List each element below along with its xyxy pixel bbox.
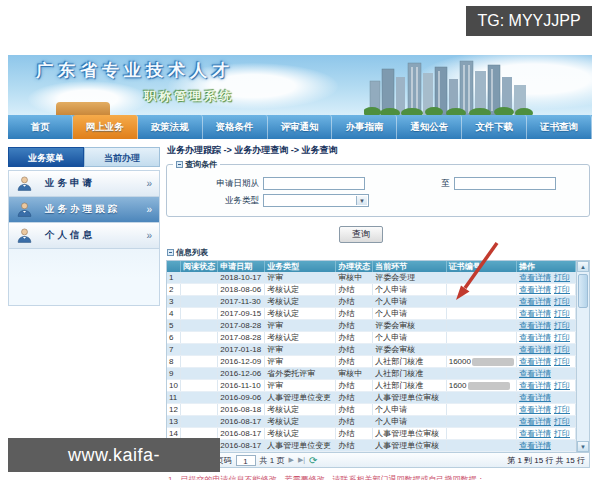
view-detail-link[interactable]: 查看详情 [519,273,551,282]
business-type-cell: 考核认定 [265,332,336,344]
date-from-input[interactable] [263,177,365,190]
view-detail-link[interactable]: 查看详情 [519,441,551,450]
actions-cell: 查看详情打印 [517,296,576,308]
business-type-cell: 评审 [265,356,336,368]
site-subtitle: 职称管理系统 [144,88,234,105]
redaction-blur [468,382,510,390]
business-table: 阅读状态 申请日期 业务类型 办理状态 当前环节 证书编号 操作 [167,261,576,452]
row-number-cell: 8 [167,356,181,368]
scroll-down-icon[interactable]: ▼ [577,441,589,452]
business-type-cell: 评审 [265,344,336,356]
view-detail-link[interactable]: 查看详情 [519,429,551,438]
scroll-up-icon[interactable]: ▲ [577,261,589,272]
read-status-cell [181,284,218,296]
sidebar: 业务菜单 当前办理 业务申请 [8,147,160,306]
nav-tab[interactable]: 政策法规 [138,115,203,139]
status-cell: 办结 [336,392,373,404]
view-detail-link[interactable]: 查看详情 [519,321,551,330]
table-row: 9 2016-12-06 省外委托评审 审核中 人社部门核准 查看详情 [167,368,576,380]
read-status-cell [181,320,218,332]
col-read-status: 阅读状态 [181,261,218,272]
read-status-cell [181,368,218,380]
print-link[interactable]: 打印 [554,333,570,342]
view-detail-link[interactable]: 查看详情 [519,345,551,354]
nav-tab[interactable]: 首页 [8,115,73,139]
read-status-cell [181,404,218,416]
view-detail-link[interactable]: 查看详情 [519,309,551,318]
view-detail-link[interactable]: 查看详情 [519,393,551,402]
business-type-select[interactable]: ▼ [263,194,369,207]
view-detail-link[interactable]: 查看详情 [519,333,551,342]
refresh-icon[interactable]: ⟳ [309,455,317,466]
print-link[interactable]: 打印 [554,297,570,306]
table-row: 7 2017-01-18 评审 办结 评委会审核 查看详情打印 [167,344,576,356]
redaction-blur [472,358,514,366]
scrollbar-track[interactable] [577,272,589,441]
print-link[interactable]: 打印 [554,405,570,414]
watermark-url: www.kaifa-realpeople.org [8,438,220,472]
view-detail-link[interactable]: 查看详情 [519,405,551,414]
apply-date-cell: 2017-09-15 [218,308,265,320]
view-detail-link[interactable]: 查看详情 [519,417,551,426]
view-detail-link[interactable]: 查看详情 [519,357,551,366]
print-link[interactable]: 打印 [554,321,570,330]
nav-tab[interactable]: 通知公告 [397,115,462,139]
print-link[interactable]: 打印 [554,357,570,366]
print-link[interactable]: 打印 [554,345,570,354]
top-nav: 首页 网上业务 政策法规 资格条件 评审通知 办事指南 通知公告 文件下载 证书… [8,115,592,139]
collapse-icon[interactable] [167,249,174,256]
sidebar-item[interactable]: 业务申请 » [9,171,159,197]
view-detail-link[interactable]: 查看详情 [519,297,551,306]
sidebar-item[interactable]: 业务办理跟踪 » [9,197,159,223]
cert-number-cell [446,296,516,308]
scrollbar-thumb[interactable] [578,274,588,308]
row-number-cell: 11 [167,392,181,404]
sidebar-item-label: 业务办理跟踪 [45,203,120,216]
print-link[interactable]: 打印 [554,273,570,282]
read-status-cell [181,296,218,308]
sidebar-panel: 业务申请 » 业务办理跟踪 » [8,170,160,306]
sidebar-item-label: 个人信息 [45,229,95,242]
nav-tab[interactable]: 评审通知 [268,115,333,139]
table-container: 阅读状态 申请日期 业务类型 办理状态 当前环节 证书编号 操作 [166,260,590,453]
actions-cell: 查看详情打印 [517,404,576,416]
apply-date-cell: 2017-08-28 [218,320,265,332]
print-link[interactable]: 打印 [554,381,570,390]
status-cell: 办结 [336,380,373,392]
print-link[interactable]: 打印 [554,309,570,318]
view-detail-link[interactable]: 查看详情 [519,381,551,390]
apply-date-cell: 2016-08-17 [218,428,265,440]
nav-tab[interactable]: 办事指南 [332,115,397,139]
col-current-step: 当前环节 [373,261,447,272]
nav-tab[interactable]: 网上业务 [73,115,138,139]
view-detail-link[interactable]: 查看详情 [519,369,551,378]
nav-tab[interactable]: 资格条件 [203,115,268,139]
table-row: 11 2016-09-06 人事管理单位变更 办结 人事管理单位审核 查看详情 [167,392,576,404]
page-number-input[interactable]: 1 [236,455,256,466]
print-link[interactable]: 打印 [554,285,570,294]
next-page-icon[interactable]: ▶ [289,456,294,464]
actions-cell: 查看详情打印 [517,416,576,428]
print-link[interactable]: 打印 [554,417,570,426]
nav-tab[interactable]: 文件下载 [462,115,527,139]
row-number-cell: 12 [167,404,181,416]
person-icon [16,175,33,192]
nav-tab[interactable]: 证书查询 [527,115,592,139]
search-button[interactable]: 查询 [339,226,383,243]
cert-number-cell [446,320,516,332]
table-row: 3 2017-11-30 考核认定 办结 个人申请 查看详情打印 [167,296,576,308]
sidebar-tab[interactable]: 当前办理 [84,147,160,167]
sidebar-tab[interactable]: 业务菜单 [8,147,84,167]
row-number-cell: 1 [167,272,181,284]
last-page-icon[interactable]: ▶| [298,456,305,464]
print-link[interactable]: 打印 [554,429,570,438]
view-detail-link[interactable]: 查看详情 [519,285,551,294]
collapse-icon[interactable] [176,161,183,168]
row-number-cell: 2 [167,284,181,296]
date-to-input[interactable] [454,177,556,190]
actions-cell: 查看详情打印 [517,308,576,320]
sidebar-item[interactable]: 个人信息 » [9,223,159,249]
table-scrollbar[interactable]: ▲ ▼ [576,261,589,452]
table-row: 12 2016-08-18 考核认定 办结 个人申请 查看详情打印 [167,404,576,416]
cert-number-text: 16000 [449,357,471,366]
